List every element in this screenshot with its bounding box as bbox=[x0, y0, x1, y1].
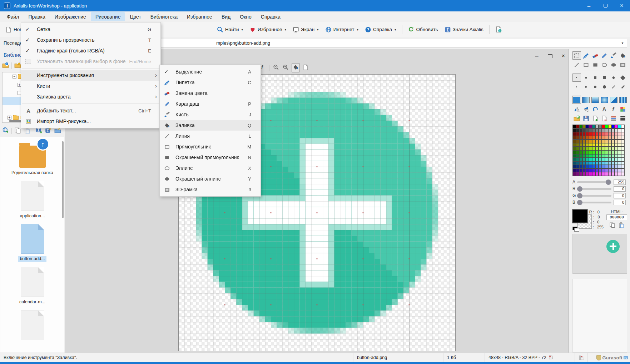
palette-cell[interactable] bbox=[605, 132, 608, 136]
palette-cell[interactable] bbox=[586, 136, 589, 140]
palette-cell[interactable] bbox=[582, 140, 586, 143]
palette-cell[interactable] bbox=[599, 150, 602, 154]
expand-icon[interactable]: + bbox=[8, 116, 11, 120]
palette-cell[interactable] bbox=[595, 136, 599, 140]
palette-cell[interactable] bbox=[608, 154, 611, 158]
fill-style-radial[interactable] bbox=[600, 96, 609, 104]
palette-cell[interactable] bbox=[589, 128, 592, 132]
slider-track-r[interactable] bbox=[577, 188, 611, 190]
palette-cell[interactable] bbox=[618, 136, 621, 140]
transform-effects-f[interactable]: f. bbox=[609, 105, 618, 113]
palette-cell[interactable] bbox=[599, 147, 602, 150]
palette-cell[interactable] bbox=[611, 161, 615, 165]
menubar-item-5[interactable]: Библиотека bbox=[146, 11, 182, 22]
brush-size-sq-1[interactable] bbox=[572, 74, 581, 82]
slider-thumb[interactable] bbox=[577, 193, 582, 198]
palette-cell[interactable] bbox=[615, 140, 618, 143]
transform-flip-h[interactable] bbox=[572, 105, 581, 113]
palette-cell[interactable] bbox=[602, 143, 605, 147]
palette-cell[interactable] bbox=[602, 132, 605, 136]
maximize-button[interactable] bbox=[597, 0, 614, 11]
menu-item-10[interactable]: Импорт BMP-рисунка... bbox=[21, 116, 160, 127]
palette-cell[interactable] bbox=[611, 158, 615, 161]
html-color-input[interactable] bbox=[606, 214, 627, 220]
palette-cell[interactable] bbox=[589, 161, 592, 165]
palette-cell[interactable] bbox=[599, 161, 602, 165]
palette-cell[interactable] bbox=[608, 136, 611, 140]
palette-cell[interactable] bbox=[579, 168, 582, 172]
palette-cell[interactable] bbox=[615, 132, 618, 136]
palette-cell[interactable] bbox=[605, 143, 608, 147]
palette-cell[interactable] bbox=[573, 165, 576, 168]
palette-cell[interactable] bbox=[608, 158, 611, 161]
palette-cell[interactable] bbox=[589, 154, 592, 158]
palette-cell[interactable] bbox=[621, 128, 624, 132]
palette-cell[interactable] bbox=[605, 136, 608, 140]
palette-cell[interactable] bbox=[576, 154, 579, 158]
palette-cell[interactable] bbox=[621, 165, 624, 168]
palette-cell[interactable] bbox=[592, 168, 595, 172]
transform-palette-sq[interactable] bbox=[619, 105, 627, 113]
brush-size-dot-1[interactable] bbox=[572, 83, 581, 91]
menu-item-6[interactable]: Кисти› bbox=[21, 81, 160, 91]
palette-cell[interactable] bbox=[586, 168, 589, 172]
palette-cell[interactable] bbox=[589, 147, 592, 150]
palette-cell[interactable] bbox=[592, 150, 595, 154]
palette-cell[interactable] bbox=[611, 150, 615, 154]
palette-cell[interactable] bbox=[573, 147, 576, 150]
tool-ellipse[interactable] bbox=[600, 61, 609, 69]
palette-cell[interactable] bbox=[621, 125, 624, 128]
palette-cell[interactable] bbox=[599, 154, 602, 158]
doc-close-button[interactable]: × bbox=[562, 53, 565, 59]
palette-cell[interactable] bbox=[608, 165, 611, 168]
menu-item-5[interactable]: ЗаливкаQ bbox=[160, 120, 261, 131]
palette-cell[interactable] bbox=[618, 143, 621, 147]
palette-cell[interactable] bbox=[579, 172, 582, 176]
palette-cell[interactable] bbox=[608, 132, 611, 136]
menu-item-6[interactable]: ЛинияL bbox=[160, 131, 261, 141]
tool-ellipse-filled[interactable] bbox=[609, 61, 618, 69]
palette-cell[interactable] bbox=[595, 150, 599, 154]
doc-maximize-button[interactable] bbox=[548, 54, 552, 58]
menu-item-1[interactable]: ✓Сохранить прозрачностьT bbox=[21, 35, 160, 45]
palette-cell[interactable] bbox=[573, 128, 576, 132]
palette-cell[interactable] bbox=[608, 140, 611, 143]
menu-item-3[interactable]: КарандашP bbox=[160, 98, 261, 109]
palette-cell[interactable] bbox=[579, 165, 582, 168]
palette-cell[interactable] bbox=[615, 143, 618, 147]
menubar-item-4[interactable]: Цвет bbox=[125, 11, 145, 22]
palette-cell[interactable] bbox=[595, 140, 599, 143]
library-globe-down-button[interactable] bbox=[1, 126, 10, 136]
fill-style-stripes[interactable] bbox=[619, 96, 627, 104]
file-item-0[interactable]: ↑Родительская папка bbox=[6, 141, 59, 176]
palette-cell[interactable] bbox=[602, 172, 605, 176]
palette-cell[interactable] bbox=[608, 150, 611, 154]
palette-cell[interactable] bbox=[589, 158, 592, 161]
minimize-button[interactable]: – bbox=[581, 0, 597, 11]
palette-cell[interactable] bbox=[599, 165, 602, 168]
brush-size-sq-4[interactable] bbox=[600, 74, 609, 82]
palette-cell[interactable] bbox=[576, 128, 579, 132]
palette-cell[interactable] bbox=[573, 150, 576, 154]
icon-preview-thumbnail[interactable] bbox=[606, 240, 620, 253]
slider-track-g[interactable] bbox=[577, 195, 611, 197]
palette-cell[interactable] bbox=[586, 158, 589, 161]
palette-cell[interactable] bbox=[576, 172, 579, 176]
tool-fill[interactable] bbox=[619, 51, 627, 60]
palette-cell[interactable] bbox=[592, 154, 595, 158]
fill-style-diag[interactable] bbox=[609, 96, 618, 104]
copy-color-icon[interactable] bbox=[609, 222, 615, 228]
palette-cell[interactable] bbox=[573, 132, 576, 136]
tool-marquee[interactable] bbox=[572, 51, 581, 60]
palette-cell[interactable] bbox=[576, 165, 579, 168]
menu-item-9[interactable]: ЭллипсX bbox=[160, 163, 261, 173]
fill-style-solid[interactable] bbox=[572, 96, 581, 104]
palette-cell[interactable] bbox=[611, 128, 615, 132]
slider-thumb[interactable] bbox=[577, 200, 582, 205]
palette-cell[interactable] bbox=[602, 168, 605, 172]
palette-cell[interactable] bbox=[605, 168, 608, 172]
palette-cell[interactable] bbox=[621, 140, 624, 143]
palette-cell[interactable] bbox=[595, 158, 599, 161]
palette-cell[interactable] bbox=[621, 136, 624, 140]
palette-cell[interactable] bbox=[621, 132, 624, 136]
